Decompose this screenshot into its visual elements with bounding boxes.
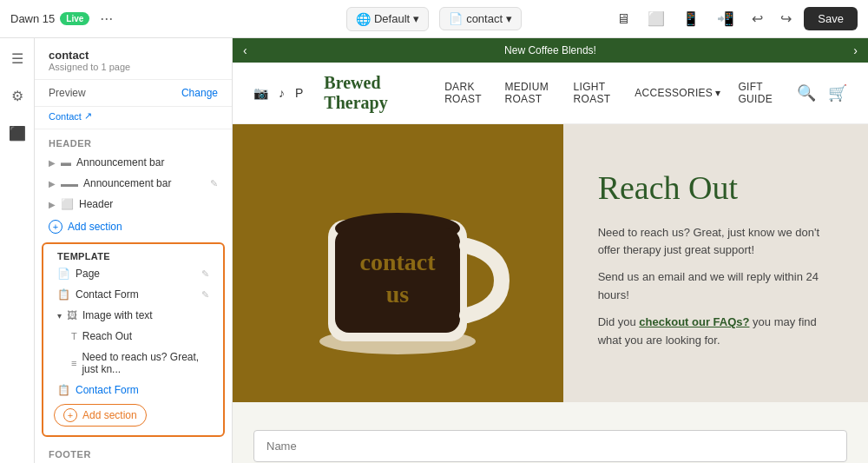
- nav-dark-roast[interactable]: DARK ROAST: [444, 81, 487, 105]
- contact-form-label: Contact Form: [76, 288, 139, 301]
- sidebar-item-announcement-bar-1[interactable]: ▶ ▬ Announcement bar: [35, 152, 232, 173]
- sidebar-item-page[interactable]: 📄 Page ✎: [43, 263, 223, 284]
- topbar-center: 🌐 Default ▾ 📄 contact ▾: [295, 7, 573, 31]
- image-text-icon: 🖼: [67, 309, 77, 321]
- coffee-cup-svg: contact us: [276, 142, 519, 385]
- sidebar-panel: contact Assigned to 1 page Preview Chang…: [35, 38, 233, 463]
- tiktok-icon[interactable]: ♪: [279, 86, 285, 100]
- desktop-icon-btn[interactable]: 🖥: [611, 8, 635, 30]
- topbar-left: Dawn 15 Live ···: [10, 6, 288, 31]
- sidebar-item-label-2: Announcement bar: [83, 177, 171, 189]
- settings-icon[interactable]: ⚙: [8, 84, 27, 108]
- expand-arrow: ▾: [57, 311, 62, 321]
- contact-label: contact: [466, 12, 503, 25]
- nav-actions: 🔍 🛒: [797, 83, 847, 103]
- redo-button[interactable]: ↪: [775, 7, 797, 30]
- arrow-icon-3: ▶: [49, 200, 56, 209]
- search-icon[interactable]: 🔍: [797, 83, 816, 103]
- live-badge: Live: [60, 12, 89, 25]
- template-add-section-btn[interactable]: + Add section: [54, 404, 147, 427]
- instagram-icon[interactable]: 📷: [253, 86, 268, 100]
- reach-out-label: Reach Out: [82, 330, 132, 342]
- sidebar-item-announcement-bar-2[interactable]: ▶ ▬▬ Announcement bar ✎: [35, 173, 232, 194]
- tablet-landscape-icon-btn[interactable]: ⬜: [642, 7, 670, 30]
- sidebar-item-header[interactable]: ▶ ⬜ Header: [35, 194, 232, 215]
- icon-rail: ☰ ⚙ ⬛: [0, 38, 35, 463]
- form-icon: 📋: [57, 288, 70, 301]
- edit-icon[interactable]: ✎: [210, 178, 218, 189]
- nav-accessories[interactable]: ACCESSORIES ▾: [635, 87, 720, 99]
- undo-button[interactable]: ↩: [746, 7, 768, 30]
- arrow-icon: ▶: [49, 158, 56, 168]
- sidebar-preview-row: Preview Change: [35, 80, 232, 107]
- hero-desc-2: Send us an email and we will reply withi…: [598, 268, 833, 305]
- main-layout: ☰ ⚙ ⬛ contact Assigned to 1 page Preview…: [0, 38, 868, 463]
- sidebar-item-image-with-text[interactable]: ▾ 🖼 Image with text: [43, 305, 223, 326]
- hero-title: Reach Out: [598, 169, 833, 207]
- user-name: Dawn 15: [10, 12, 55, 25]
- sections-icon[interactable]: ☰: [8, 47, 27, 70]
- preview-area: ‹ New Coffee Blends! › 📷 ♪ P Brewed Ther…: [233, 38, 868, 463]
- site-nav: 📷 ♪ P Brewed Therapy DARK ROAST MEDIUM R…: [233, 63, 868, 124]
- pinterest-icon[interactable]: P: [295, 86, 303, 100]
- site-wrapper: ‹ New Coffee Blends! › 📷 ♪ P Brewed Ther…: [233, 38, 868, 463]
- ann-next-arrow[interactable]: ›: [853, 43, 858, 57]
- external-link-icon: ↗: [84, 110, 92, 122]
- need-to-reach-label: Need to reach us? Great, just kn...: [82, 351, 209, 375]
- nav-gift-guide[interactable]: GIFT GUIDE: [738, 81, 776, 105]
- accessories-chevron: ▾: [715, 87, 720, 99]
- nav-links: DARK ROAST MEDIUM ROAST LIGHT ROAST ACCE…: [444, 81, 776, 105]
- default-dropdown[interactable]: 🌐 Default ▾: [346, 7, 429, 31]
- sidebar-item-contact-form[interactable]: 📋 Contact Form ✎: [43, 284, 223, 305]
- user-badge: Dawn 15 Live: [10, 12, 89, 25]
- page-edit-icon[interactable]: ✎: [201, 268, 209, 280]
- header-icon: ⬜: [61, 198, 74, 210]
- form-edit-icon[interactable]: ✎: [201, 289, 209, 301]
- apps-icon[interactable]: ⬛: [5, 122, 30, 145]
- hero-desc-3-prefix: Did you: [598, 315, 640, 328]
- sidebar-page-sub: Assigned to 1 page: [49, 62, 218, 72]
- preview-contact: Contact ↗: [49, 110, 218, 122]
- sidebar-item-need-to-reach[interactable]: ≡ Need to reach us? Great, just kn...: [43, 347, 223, 380]
- sidebar-item-contact-form-2[interactable]: 📋 Contact Form: [43, 380, 223, 400]
- header-add-section-btn[interactable]: + Add section: [35, 215, 232, 239]
- preview-label: Preview: [49, 87, 86, 99]
- save-button[interactable]: Save: [804, 7, 858, 30]
- contact-form-section: [233, 402, 868, 463]
- contact-form-2-label: Contact Form: [76, 384, 139, 396]
- announcement-bar: ‹ New Coffee Blends! ›: [233, 38, 868, 63]
- bar-icon: ▬: [61, 156, 71, 169]
- faqs-link[interactable]: checkout our FAQs?: [639, 315, 749, 328]
- template-label: Template: [43, 248, 223, 263]
- site-logo: Brewed Therapy: [324, 73, 417, 113]
- template-section-container: Template 📄 Page ✎ 📋 Contact Form ✎ ▾ 🖼 I…: [42, 242, 225, 437]
- svg-text:contact: contact: [360, 248, 437, 275]
- lock-icon: ▬▬: [61, 179, 78, 189]
- image-text-label: Image with text: [82, 309, 153, 321]
- nav-medium-roast[interactable]: MEDIUM ROAST: [505, 81, 556, 105]
- hero-image: contact us: [233, 124, 563, 402]
- cart-icon[interactable]: 🛒: [828, 83, 847, 103]
- chevron-down-icon-2: ▾: [506, 12, 512, 25]
- svg-text:us: us: [386, 281, 410, 308]
- announcement-text: New Coffee Blends!: [247, 44, 854, 56]
- tablet-icon-btn[interactable]: 📱: [677, 7, 705, 30]
- sidebar-item-reach-out[interactable]: T Reach Out: [43, 326, 223, 347]
- nav-light-roast[interactable]: LIGHT ROAST: [574, 81, 618, 105]
- page-icon: 📄: [57, 268, 70, 280]
- text-icon: T: [71, 331, 77, 341]
- contact-dropdown[interactable]: 📄 contact ▾: [439, 7, 522, 30]
- sidebar-item-header-label: Header: [79, 198, 113, 210]
- change-link[interactable]: Change: [181, 87, 218, 99]
- topbar: Dawn 15 Live ··· 🌐 Default ▾ 📄 contact ▾…: [0, 0, 868, 38]
- mobile-icon-btn[interactable]: 📲: [712, 7, 740, 30]
- hero-section: contact us Reach Out Need to reach us? G…: [233, 124, 868, 402]
- text-lines-icon: ≡: [71, 358, 76, 368]
- name-input[interactable]: [253, 430, 847, 462]
- add-section-label: Add section: [68, 221, 122, 233]
- more-options-button[interactable]: ···: [96, 6, 116, 31]
- hero-desc-1: Need to reach us? Great, just know we do…: [598, 224, 833, 261]
- footer-section-label: Footer: [35, 440, 232, 463]
- sidebar-item-label: Announcement bar: [76, 156, 164, 169]
- header-section-label: Header: [35, 129, 232, 152]
